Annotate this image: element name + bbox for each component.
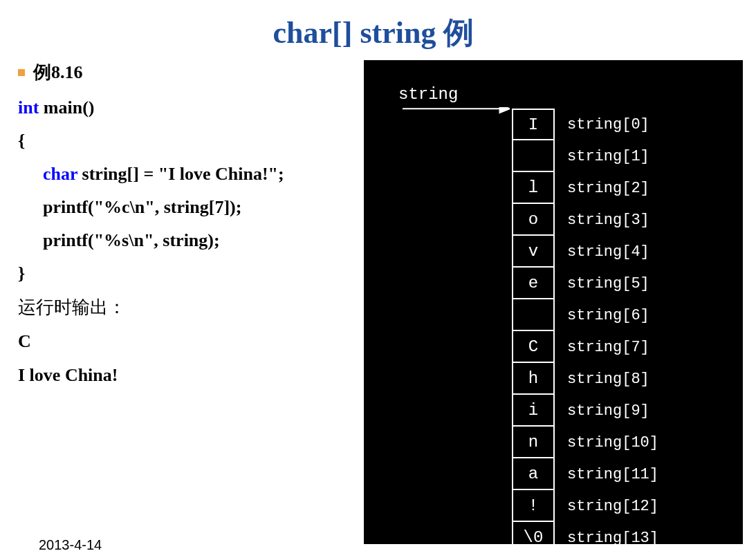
array-index-label: string[9]	[567, 402, 649, 420]
keyword-int: int	[18, 97, 39, 118]
array-cell: I	[512, 109, 555, 140]
slide-date: 2013-4-14	[39, 537, 102, 553]
left-column: 例8.16 int main() { char string[] = "I lo…	[18, 60, 357, 544]
code-line-3: char string[] = "I love China!";	[18, 158, 357, 191]
array-index-label: string[13]	[567, 530, 658, 547]
code-line-5: printf("%s\n", string);	[18, 224, 357, 257]
cell-row: ostring[3]	[512, 204, 658, 236]
code-line-2: {	[18, 124, 357, 158]
arrow-icon	[403, 107, 510, 121]
array-index-label: string[3]	[567, 212, 649, 229]
cell-row: nstring[10]	[512, 427, 658, 458]
array-cell: !	[512, 490, 555, 522]
array-cell: \0	[512, 522, 555, 554]
array-index-label: string[7]	[567, 339, 649, 356]
output-label: 运行时输出：	[18, 291, 357, 324]
diagram-panel: string Istring[0] string[1]lstring[2]ost…	[364, 60, 743, 544]
slide-title: char[] string 例	[0, 0, 747, 53]
array-index-label: string[0]	[567, 116, 649, 133]
cells-container: Istring[0] string[1]lstring[2]ostring[3]…	[512, 109, 658, 554]
bullet-icon	[18, 69, 25, 76]
array-cell: C	[512, 331, 555, 363]
example-label: 例8.16	[33, 60, 83, 84]
cell-row: estring[5]	[512, 268, 658, 299]
cell-row: hstring[8]	[512, 363, 658, 395]
code-line-4: printf("%c\n", string[7]);	[18, 191, 357, 224]
array-cell: e	[512, 268, 555, 299]
code-line-6: }	[18, 257, 357, 290]
array-cell: o	[512, 204, 555, 236]
code-line-1: int main()	[18, 91, 357, 124]
cell-row: \0string[13]	[512, 522, 658, 554]
array-index-label: string[8]	[567, 371, 649, 388]
bullet-row: 例8.16	[18, 60, 357, 84]
diagram-string-label: string	[398, 85, 458, 104]
array-cell: l	[512, 172, 555, 204]
array-index-label: string[10]	[567, 434, 658, 451]
cell-row: !string[12]	[512, 490, 658, 522]
array-index-label: string[12]	[567, 498, 658, 515]
array-index-label: string[2]	[567, 180, 649, 197]
code-rest-1: main()	[39, 97, 94, 118]
content-area: 例8.16 int main() { char string[] = "I lo…	[0, 53, 747, 544]
output-line-1: C	[18, 324, 357, 358]
array-index-label: string[4]	[567, 243, 649, 261]
svg-marker-1	[499, 107, 510, 113]
cell-row: vstring[4]	[512, 236, 658, 268]
cell-row: istring[9]	[512, 395, 658, 427]
code-block: int main() { char string[] = "I love Chi…	[18, 91, 357, 291]
array-index-label: string[5]	[567, 275, 649, 292]
keyword-char: char	[43, 164, 77, 184]
cell-row: lstring[2]	[512, 172, 658, 204]
output-line-2: I love China!	[18, 358, 357, 392]
array-cell	[512, 140, 555, 172]
array-cell: i	[512, 395, 555, 427]
array-index-label: string[1]	[567, 148, 649, 165]
cell-row: Cstring[7]	[512, 331, 658, 363]
array-index-label: string[6]	[567, 307, 649, 324]
cell-row: string[6]	[512, 299, 658, 331]
array-cell: h	[512, 363, 555, 395]
array-cell: v	[512, 236, 555, 268]
array-cell: a	[512, 458, 555, 490]
array-index-label: string[11]	[567, 466, 658, 483]
code-rest-3: string[] = "I love China!";	[77, 164, 284, 184]
array-cell	[512, 299, 555, 331]
cell-row: astring[11]	[512, 458, 658, 490]
cell-row: Istring[0]	[512, 109, 658, 140]
cell-row: string[1]	[512, 140, 658, 172]
array-cell: n	[512, 427, 555, 458]
